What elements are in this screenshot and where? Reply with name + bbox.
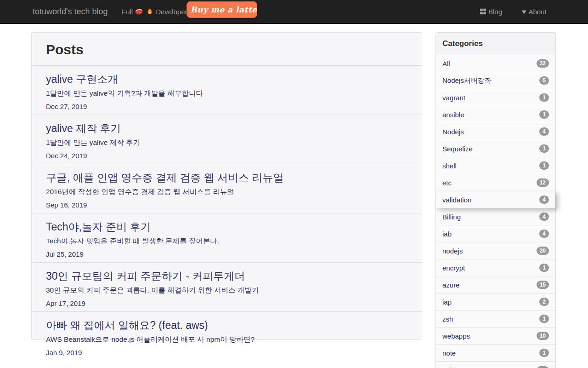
post-date: Dec 27, 2019 — [46, 103, 407, 110]
post-title-link[interactable]: 구글, 애플 인앱 영수증 결제 검증 웹 서비스 리뉴얼 — [46, 172, 284, 184]
category-item[interactable]: Billing 4 — [436, 208, 555, 225]
category-label: ansible — [442, 111, 464, 119]
brand-link[interactable]: totuworld's tech blog — [33, 7, 108, 17]
category-count-badge: 1 — [539, 93, 549, 102]
category-count-badge: 4 — [539, 196, 549, 204]
category-label: Billing — [442, 213, 461, 221]
post-title-link[interactable]: Tech야,놀자 준비 후기 — [46, 221, 151, 233]
category-count-badge: 1 — [539, 144, 549, 153]
tagline-prefix: Full — [122, 8, 133, 16]
nav-link-about-label: About — [529, 8, 547, 16]
categories-heading: Categories — [436, 33, 555, 55]
category-count-badge: 1 — [539, 161, 549, 170]
tagline-suffix: Developer — [156, 8, 187, 16]
post-title-link[interactable]: 30인 규모팀의 커피 주문하기 - 커피투게더 — [46, 270, 245, 282]
navbar-tagline: Full Developer — [122, 7, 187, 16]
posts-list: yalive 구현소개 1달만에 만든 yalive의 기획?과 개발을 해부합… — [32, 66, 422, 326]
category-count-badge: 1 — [539, 110, 549, 119]
category-item[interactable]: note 1 — [436, 345, 555, 362]
category-label: All — [442, 60, 450, 68]
category-count-badge: 1 — [539, 349, 549, 357]
category-count-badge: 1 — [539, 315, 549, 323]
category-label: Nodejs — [442, 128, 464, 136]
category-count-badge: 4 — [539, 230, 549, 238]
nav-link-blog-label: Blog — [488, 8, 502, 16]
fire-icon — [146, 7, 154, 16]
post-date: Jan 9, 2019 — [46, 349, 407, 356]
category-count-badge: 4 — [539, 127, 549, 136]
navbar: totuworld's tech blog Full Developer Buy… — [0, 0, 588, 24]
category-count-badge: 1 — [539, 264, 549, 272]
category-count-badge: 2 — [539, 298, 549, 306]
category-item[interactable]: etc 12 — [436, 174, 555, 191]
category-item[interactable]: webapps 10 — [436, 328, 555, 345]
post-item: yalive 제작 후기 1달만에 만든 yalive 제작 후기 Dec 24… — [32, 115, 422, 164]
category-item[interactable]: Nodejs 4 — [436, 123, 555, 140]
nav-link-blog[interactable]: Blog — [480, 8, 502, 16]
category-label: azure — [442, 281, 460, 289]
category-item[interactable]: validation 4 — [436, 191, 555, 208]
post-item: Tech야,놀자 준비 후기 Tech야,놀자 밋업을 준비할 때 발생한 문제… — [32, 213, 422, 263]
post-item: yalive 구현소개 1달만에 만든 yalive의 기획?과 개발을 해부합… — [32, 66, 422, 115]
post-title-link[interactable]: yalive 구현소개 — [46, 73, 118, 85]
category-label: iab — [442, 230, 452, 238]
category-count-badge: 12 — [537, 178, 549, 187]
category-item[interactable]: shell 1 — [436, 157, 555, 174]
category-item[interactable]: vagrant 1 — [436, 89, 555, 106]
category-item[interactable]: iap 2 — [436, 293, 555, 310]
category-item[interactable]: All 32 — [436, 55, 555, 72]
category-label: nodejs — [442, 247, 463, 255]
post-description: 30인 규모의 커피 주문은 괴롭다. 이를 해결하기 위한 서비스 개발기 — [46, 286, 407, 295]
category-label: zsh — [442, 315, 453, 323]
category-label: unity — [442, 366, 457, 368]
post-title-link[interactable]: yalive 제작 후기 — [46, 122, 121, 134]
category-count-badge: 15 — [537, 281, 549, 289]
category-label: validation — [442, 196, 471, 204]
post-date: Dec 24, 2019 — [46, 152, 407, 160]
category-count-badge: 20 — [537, 247, 549, 255]
category-item[interactable]: iab 4 — [436, 225, 555, 242]
category-item[interactable]: Nodejs서버강좌 5 — [436, 72, 555, 89]
category-count-badge: 4 — [539, 213, 549, 221]
category-count-badge: 10 — [537, 332, 549, 340]
category-item[interactable]: ansible 1 — [436, 106, 555, 123]
category-label: note — [442, 349, 456, 357]
grid-icon — [480, 9, 486, 15]
category-item[interactable]: azure 15 — [436, 276, 555, 293]
category-item[interactable]: zsh 1 — [436, 310, 555, 328]
category-item[interactable]: encrypt 1 — [436, 259, 555, 276]
categories-panel: Categories All 32 Nodejs서버강좌 5 vagrant 1… — [435, 32, 556, 368]
category-count-badge: 10 — [537, 366, 549, 368]
post-item: 30인 규모팀의 커피 주문하기 - 커피투게더 30인 규모의 커피 주문은 … — [32, 263, 422, 312]
steak-icon — [135, 7, 143, 16]
category-label: encrypt — [442, 264, 465, 272]
buy-me-a-latte-button[interactable]: Buy me a latte — [187, 1, 257, 18]
category-label: webapps — [442, 332, 470, 340]
category-label: iap — [442, 298, 452, 306]
post-title-link[interactable]: 아빠 왜 집에서 일해요? (feat. aws) — [46, 319, 208, 331]
posts-panel: Posts yalive 구현소개 1달만에 만든 yalive의 기획?과 개… — [31, 32, 422, 340]
post-item: 구글, 애플 인앱 영수증 결제 검증 웹 서비스 리뉴얼 2016년에 작성한… — [32, 164, 422, 213]
post-description: 1달만에 만든 yalive 제작 후기 — [46, 138, 407, 147]
category-item[interactable]: Sequelize 1 — [436, 140, 555, 157]
post-item: 아빠 왜 집에서 일해요? (feat. aws) AWS Beanstalk으… — [32, 312, 422, 326]
buy-me-a-latte-label: Buy me a latte — [190, 5, 257, 14]
posts-heading: Posts — [32, 33, 422, 66]
post-description: Tech야,놀자 밋업을 준비할 때 발생한 문제를 짚어본다. — [46, 236, 407, 246]
category-label: vagrant — [442, 94, 465, 102]
category-label: etc — [442, 179, 452, 187]
category-label: Sequelize — [442, 145, 473, 153]
category-item[interactable]: unity 10 — [436, 362, 555, 368]
nav-link-about[interactable]: ♥ About — [522, 8, 547, 16]
category-item[interactable]: nodejs 20 — [436, 242, 555, 259]
post-description: 2016년에 작성한 인앱 영수증 결제 검증 웹 서비스를 리뉴얼 — [46, 187, 407, 196]
post-date: Apr 17, 2019 — [46, 299, 407, 307]
post-date: Sep 16, 2019 — [46, 201, 407, 209]
category-label: shell — [442, 162, 457, 170]
post-date: Jul 25, 2019 — [46, 250, 407, 258]
category-count-badge: 5 — [539, 76, 549, 85]
category-label: Nodejs서버강좌 — [442, 76, 492, 85]
categories-list: All 32 Nodejs서버강좌 5 vagrant 1 ansible 1 … — [436, 55, 555, 368]
post-description: 1달만에 만든 yalive의 기획?과 개발을 해부합니다 — [46, 89, 407, 98]
category-count-badge: 32 — [537, 59, 549, 68]
